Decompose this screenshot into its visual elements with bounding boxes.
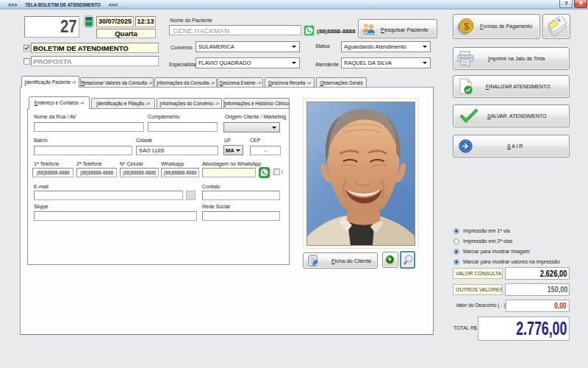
svg-text:$: $	[464, 21, 470, 32]
